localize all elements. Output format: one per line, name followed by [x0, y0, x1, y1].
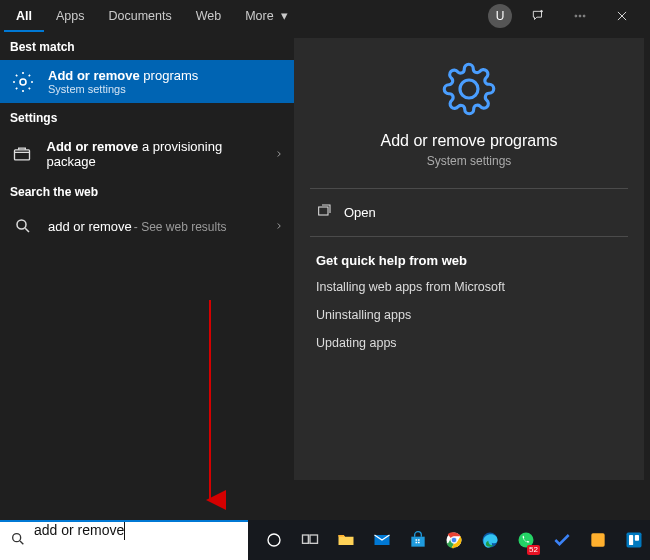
- taskbar: 52: [248, 520, 650, 560]
- svg-rect-20: [627, 533, 642, 548]
- chevron-right-icon: [274, 145, 284, 163]
- feedback-icon[interactable]: [522, 0, 554, 32]
- taskbar-chrome-icon[interactable]: [438, 521, 470, 559]
- open-icon: [316, 203, 332, 222]
- taskbar-trello-icon[interactable]: [618, 521, 650, 559]
- search-box[interactable]: add or remove: [0, 520, 248, 560]
- help-link-install[interactable]: Installing web apps from Microsoft: [316, 280, 622, 294]
- svg-rect-7: [319, 207, 328, 215]
- taskbar-edge-icon[interactable]: [474, 521, 506, 559]
- taskbar-app-icon[interactable]: [582, 521, 614, 559]
- chevron-down-icon: ▾: [281, 9, 288, 23]
- svg-point-2: [579, 15, 581, 17]
- svg-rect-11: [303, 535, 309, 543]
- open-action[interactable]: Open: [294, 189, 644, 236]
- package-icon: [10, 141, 35, 167]
- svg-point-0: [541, 10, 543, 12]
- taskbar-cortana-icon[interactable]: [258, 521, 290, 559]
- tab-web[interactable]: Web: [184, 0, 233, 32]
- web-suffix: - See web results: [134, 220, 227, 234]
- tab-all[interactable]: All: [4, 0, 44, 32]
- help-link-uninstall[interactable]: Uninstalling apps: [316, 308, 622, 322]
- section-search-web: Search the web: [0, 177, 294, 205]
- notification-badge: 52: [527, 545, 540, 555]
- detail-title: Add or remove programs: [314, 132, 624, 150]
- search-input[interactable]: add or remove: [34, 522, 238, 560]
- help-link-update[interactable]: Updating apps: [316, 336, 622, 350]
- taskbar-taskview-icon[interactable]: [294, 521, 326, 559]
- taskbar-store-icon[interactable]: [402, 521, 434, 559]
- result-provisioning-package[interactable]: Add or remove a provisioning package: [0, 131, 294, 177]
- result-title: Add or remove programs: [48, 68, 198, 83]
- taskbar-whatsapp-icon[interactable]: 52: [510, 521, 542, 559]
- results-list: Best match Add or remove programs System…: [0, 32, 294, 486]
- svg-rect-12: [310, 535, 318, 543]
- detail-subtitle: System settings: [314, 154, 624, 168]
- user-avatar[interactable]: U: [488, 4, 512, 28]
- svg-point-1: [575, 15, 577, 17]
- search-icon: [10, 531, 34, 551]
- open-label: Open: [344, 205, 376, 220]
- svg-point-10: [268, 534, 280, 546]
- chevron-right-icon: [274, 217, 284, 235]
- svg-point-4: [20, 79, 26, 85]
- svg-rect-21: [629, 535, 633, 545]
- result-subtitle: System settings: [48, 83, 198, 95]
- taskbar-explorer-icon[interactable]: [330, 521, 362, 559]
- close-icon[interactable]: [606, 0, 638, 32]
- tab-more[interactable]: More ▾: [233, 0, 300, 32]
- taskbar-mail-icon[interactable]: [366, 521, 398, 559]
- result-add-remove-programs[interactable]: Add or remove programs System settings: [0, 60, 294, 103]
- detail-pane: Add or remove programs System settings O…: [294, 38, 644, 480]
- tab-apps[interactable]: Apps: [44, 0, 97, 32]
- tab-documents[interactable]: Documents: [96, 0, 183, 32]
- result-title: Add or remove a provisioning package: [47, 139, 262, 169]
- help-header: Get quick help from web: [316, 253, 622, 268]
- search-icon: [10, 213, 36, 239]
- svg-point-6: [17, 220, 26, 229]
- result-web-search[interactable]: add or remove - See web results: [0, 205, 294, 247]
- svg-point-9: [13, 534, 21, 542]
- gear-icon-large: [314, 62, 624, 120]
- svg-point-3: [583, 15, 585, 17]
- svg-rect-22: [635, 535, 639, 541]
- more-options-icon[interactable]: [564, 0, 596, 32]
- search-tab-bar: All Apps Documents Web More ▾ U: [0, 0, 650, 32]
- gear-icon: [10, 69, 36, 95]
- tab-more-label: More: [245, 9, 273, 23]
- svg-rect-19: [591, 533, 604, 546]
- web-query: add or remove: [48, 219, 132, 234]
- svg-rect-5: [15, 150, 30, 160]
- section-best-match: Best match: [0, 32, 294, 60]
- section-settings: Settings: [0, 103, 294, 131]
- taskbar-todo-icon[interactable]: [546, 521, 578, 559]
